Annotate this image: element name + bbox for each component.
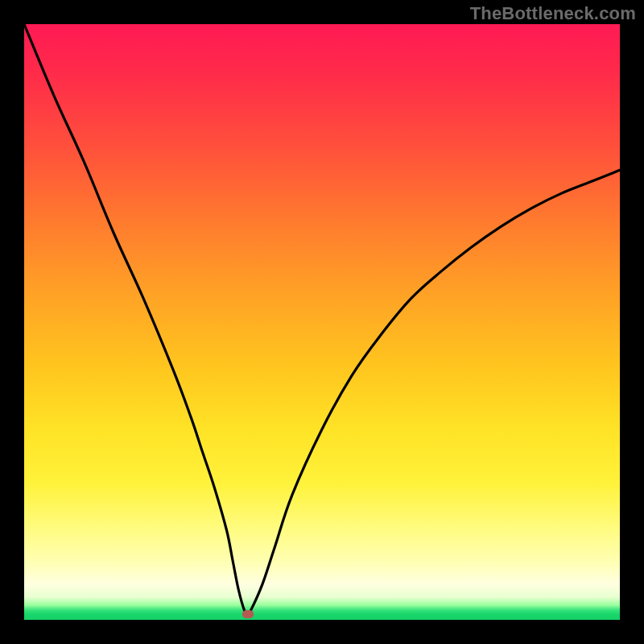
chart-frame: TheBottleneck.com xyxy=(0,0,644,644)
plot-area xyxy=(24,24,620,620)
minimum-marker xyxy=(242,610,254,618)
watermark-text: TheBottleneck.com xyxy=(470,3,636,24)
curve-path xyxy=(24,24,620,614)
bottleneck-curve xyxy=(24,24,620,620)
